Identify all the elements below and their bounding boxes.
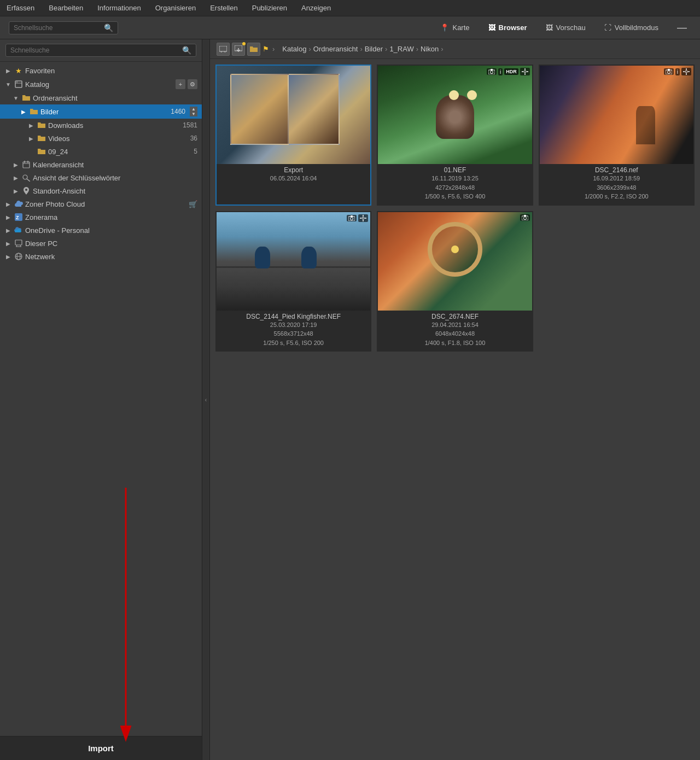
sidebar-item-ordneransicht[interactable]: Ordneransicht bbox=[0, 91, 202, 104]
svg-rect-21 bbox=[219, 46, 227, 51]
search-icon: 🔍 bbox=[104, 24, 113, 32]
onedrive-arrow[interactable] bbox=[4, 226, 12, 234]
katalog-arrow[interactable] bbox=[4, 80, 12, 88]
netzwerk-arrow[interactable] bbox=[4, 253, 12, 260]
breadcrumb-raw[interactable]: 1_RAW bbox=[389, 45, 413, 53]
content-area: ⚑ › Katalog › Ordneransicht › Bilder › 1… bbox=[210, 39, 700, 760]
menu-anzeigen[interactable]: Anzeigen bbox=[299, 3, 333, 13]
pc-arrow[interactable] bbox=[4, 239, 12, 247]
photo-cell-kingfisher[interactable]: DSC_2144_Pied Kingfisher.NEF 25.03.2020 … bbox=[215, 211, 371, 352]
menu-organisieren[interactable]: Organisieren bbox=[153, 3, 198, 13]
kingfisher-icons bbox=[347, 214, 368, 222]
search-input[interactable] bbox=[14, 24, 104, 32]
bc-sep-1: › bbox=[308, 45, 311, 53]
kalender-label: Kalenderansicht bbox=[33, 161, 197, 169]
photo-info-export: Export 06.05.2024 16:04 bbox=[217, 164, 370, 183]
nav-browser[interactable]: 🖼 Browser bbox=[484, 21, 532, 34]
sidebar-item-videos[interactable]: Videos 36 bbox=[0, 132, 202, 145]
photo-grid: Export 06.05.2024 16:04 bbox=[210, 59, 700, 760]
bc-sep-5: › bbox=[441, 45, 443, 53]
sidebar-item-netzwerk[interactable]: Netzwerk bbox=[0, 250, 202, 263]
sidebar-item-09-24[interactable]: 09_24 5 bbox=[0, 145, 202, 158]
sidebar-item-favoriten[interactable]: ★ Favoriten bbox=[0, 64, 202, 77]
sidebar-item-bilder[interactable]: Bilder 1460 ▲ ▼ bbox=[0, 104, 202, 119]
nav-collapse[interactable]: — bbox=[673, 20, 691, 36]
breadcrumb-toolbar: ⚑ › bbox=[217, 43, 276, 56]
sidebar-item-cloud[interactable]: Zoner Photo Cloud 🛒 bbox=[0, 197, 202, 211]
photo-cell-dsc2674[interactable]: DSC_2674.NEF 29.04.2021 16:54 6048x4024x… bbox=[377, 211, 533, 352]
netzwerk-label: Netzwerk bbox=[25, 253, 197, 261]
breadcrumb-katalog[interactable]: Katalog bbox=[282, 45, 306, 53]
cloud-arrow[interactable] bbox=[4, 200, 12, 208]
breadcrumb-bilder[interactable]: Bilder bbox=[365, 45, 383, 53]
sidebar-item-kalender[interactable]: Kalenderansicht bbox=[0, 158, 202, 171]
kalender-arrow[interactable] bbox=[12, 161, 20, 168]
photo-cell-nef01[interactable]: i HDR 01.NEF 16.11.2019 13:25 4272x2848x… bbox=[377, 65, 533, 206]
standort-label: Standort-Ansicht bbox=[33, 187, 197, 195]
menu-informationen[interactable]: Informationen bbox=[95, 3, 143, 13]
photo-name-kingfisher: DSC_2144_Pied Kingfisher.NEF bbox=[220, 313, 367, 320]
breadcrumb-import-btn[interactable] bbox=[232, 43, 245, 56]
nav-vollbild-label: Vollbildmodus bbox=[615, 24, 658, 32]
bilder-arrow[interactable] bbox=[20, 108, 27, 115]
bilder-stepper-up[interactable]: ▲ bbox=[190, 107, 197, 112]
svg-point-29 bbox=[524, 71, 526, 73]
videos-folder-icon bbox=[37, 134, 46, 143]
sidebar-item-pc[interactable]: Dieser PC bbox=[0, 237, 202, 250]
photo-cell-dsc2146[interactable]: i DSC_2146.nef 16.09.2012 18:59 3606x239… bbox=[539, 65, 695, 206]
bilder-stepper: ▲ ▼ bbox=[190, 107, 197, 116]
breadcrumb-folder-btn[interactable] bbox=[247, 43, 260, 56]
sidebar-search-icon: 🔍 bbox=[182, 46, 191, 55]
toolbar-left: 🔍 bbox=[9, 21, 118, 34]
sidebar-item-zonerama[interactable]: Z Zonerama bbox=[0, 211, 202, 224]
videos-label: Videos bbox=[48, 135, 188, 143]
katalog-add-btn[interactable]: + bbox=[176, 79, 185, 89]
photo-cell-export[interactable]: Export 06.05.2024 16:04 bbox=[215, 65, 371, 206]
bilder-stepper-down[interactable]: ▼ bbox=[190, 112, 197, 116]
ordneransicht-arrow[interactable] bbox=[12, 94, 20, 102]
breadcrumb-monitor-btn[interactable] bbox=[217, 43, 230, 56]
cart-icon: 🛒 bbox=[189, 200, 197, 208]
svg-point-45 bbox=[362, 217, 364, 219]
menu-publizieren[interactable]: Publizieren bbox=[250, 3, 289, 13]
breadcrumb-ordneransicht[interactable]: Ordneransicht bbox=[313, 45, 358, 53]
sidebar-item-katalog[interactable]: Katalog + ⚙ bbox=[0, 77, 202, 91]
nav-vollbild[interactable]: ⛶ Vollbildmodus bbox=[600, 21, 663, 34]
breadcrumb-nikon[interactable]: Nikon bbox=[421, 45, 439, 53]
favoriten-arrow[interactable] bbox=[4, 67, 12, 74]
sidebar-item-downloads[interactable]: Downloads 1581 bbox=[0, 119, 202, 132]
bilder-label: Bilder bbox=[40, 108, 168, 116]
bilder-count: 1460 bbox=[171, 108, 185, 115]
import-button[interactable]: Import bbox=[88, 744, 114, 753]
import-button-area[interactable]: Import bbox=[0, 736, 202, 760]
sidebar-search-input[interactable] bbox=[10, 46, 182, 54]
katalog-settings-btn[interactable]: ⚙ bbox=[188, 79, 197, 89]
downloads-label: Downloads bbox=[48, 121, 180, 130]
downloads-folder-icon bbox=[37, 121, 46, 130]
breadcrumb-flag-icon: ⚑ bbox=[262, 45, 269, 53]
schluessel-arrow[interactable] bbox=[12, 174, 20, 182]
photo-thumb-nef01: i HDR bbox=[378, 66, 532, 164]
svg-point-35 bbox=[667, 71, 670, 74]
menu-erfassen[interactable]: Erfassen bbox=[4, 3, 37, 13]
dsc2674-camera-badge bbox=[520, 214, 530, 221]
sidebar-collapse-handle[interactable]: ‹ bbox=[202, 39, 210, 760]
zonerama-icon: Z bbox=[14, 213, 23, 221]
standort-arrow[interactable] bbox=[12, 187, 20, 195]
sidebar-item-schlusselworter[interactable]: Ansicht der Schlüsselwörter bbox=[0, 171, 202, 184]
nav-vorschau[interactable]: 🖼 Vorschau bbox=[541, 21, 590, 34]
photo-info-kingfisher: DSC_2144_Pied Kingfisher.NEF 25.03.2020 … bbox=[217, 311, 370, 348]
photo-meta-dsc2146: 16.09.2012 18:59 3606x2399x48 1/2000 s, … bbox=[543, 174, 690, 201]
sidebar-item-onedrive[interactable]: OneDrive - Personal bbox=[0, 224, 202, 237]
zonerama-arrow[interactable] bbox=[4, 213, 12, 221]
svg-rect-28 bbox=[491, 69, 493, 71]
map-marker-icon: 📍 bbox=[440, 24, 449, 32]
search-wrap: 🔍 bbox=[9, 21, 118, 34]
videos-arrow[interactable] bbox=[27, 135, 35, 142]
downloads-arrow[interactable] bbox=[27, 121, 35, 129]
nav-karte[interactable]: 📍 Karte bbox=[436, 21, 474, 34]
menu-erstellen[interactable]: Erstellen bbox=[208, 3, 240, 13]
menu-bearbeiten[interactable]: Bearbeiten bbox=[46, 3, 85, 13]
sidebar-item-standort[interactable]: Standort-Ansicht bbox=[0, 184, 202, 197]
nef01-icons: i HDR bbox=[487, 68, 530, 75]
